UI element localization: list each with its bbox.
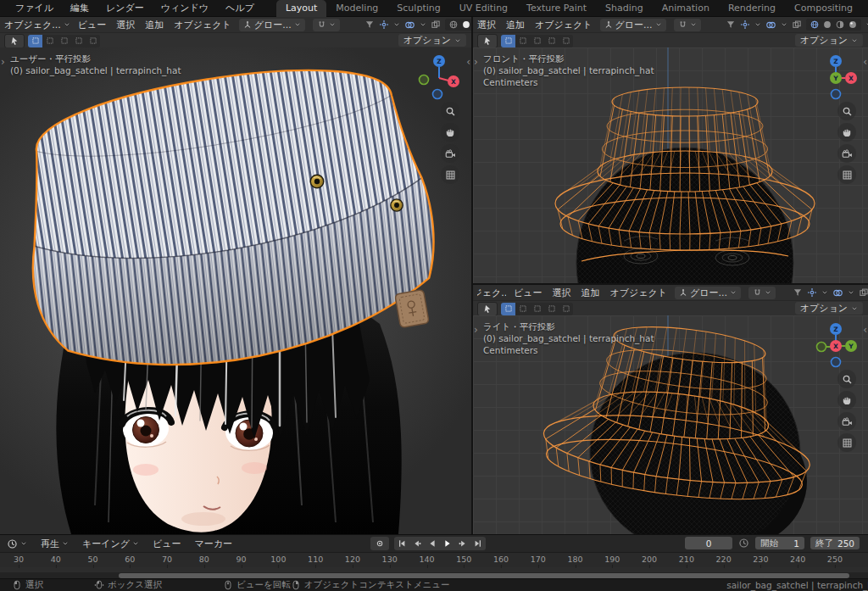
select-mode-subtract[interactable] bbox=[530, 35, 544, 47]
select-mode-intersect[interactable] bbox=[559, 35, 573, 47]
toolbar-expand-arrow[interactable]: › bbox=[1, 56, 5, 68]
ball-material-icon[interactable] bbox=[835, 20, 845, 30]
pan-button[interactable] bbox=[837, 391, 856, 410]
workspace-tab-animation[interactable]: Animation bbox=[653, 0, 719, 17]
workspace-tab-uv-editing[interactable]: UV Editing bbox=[450, 0, 517, 17]
select-mode-invert[interactable] bbox=[71, 35, 86, 47]
right-vp-menu-1[interactable]: 選択 bbox=[553, 287, 571, 299]
options-button[interactable]: オプション bbox=[795, 302, 863, 315]
select-mode-extend[interactable] bbox=[515, 35, 530, 47]
play-button[interactable] bbox=[440, 537, 455, 550]
topbar-menu-3[interactable]: ウィンドウ bbox=[161, 2, 209, 14]
transform-orientation-dropdown[interactable]: グロー... bbox=[675, 287, 741, 299]
transform-orientation-dropdown[interactable]: グロー... bbox=[600, 19, 666, 31]
toolbar-expand-arrow[interactable]: › bbox=[474, 324, 478, 336]
topbar-menu-0[interactable]: ファイル bbox=[15, 2, 53, 14]
editor-type-button[interactable] bbox=[7, 538, 27, 549]
xray-icon[interactable] bbox=[792, 20, 802, 30]
snap-toggle[interactable] bbox=[674, 19, 701, 31]
camera-view-button[interactable] bbox=[837, 144, 856, 163]
select-mode-invert[interactable] bbox=[544, 303, 559, 315]
workspace-tab-scripting[interactable]: Scripting bbox=[862, 0, 868, 17]
funnel-icon[interactable] bbox=[364, 20, 375, 30]
workspace-tab-layout[interactable]: Layout bbox=[276, 0, 326, 17]
ball-wire-icon[interactable] bbox=[448, 20, 459, 30]
overlay-icon[interactable] bbox=[765, 20, 776, 31]
front-vp-menu-0[interactable]: 選択 bbox=[477, 19, 496, 31]
record-button[interactable] bbox=[370, 537, 389, 550]
funnel-icon[interactable] bbox=[726, 20, 736, 30]
camera-view-button[interactable] bbox=[441, 144, 459, 163]
right-vp-menu-0[interactable]: ビュー bbox=[514, 287, 542, 299]
gizmo-icon[interactable] bbox=[379, 20, 389, 30]
snap-toggle[interactable] bbox=[748, 287, 776, 299]
navigation-gizmo[interactable]: Z X bbox=[417, 53, 461, 100]
topbar-menu-2[interactable]: レンダー bbox=[106, 2, 144, 14]
active-tool-button[interactable] bbox=[477, 302, 498, 316]
timeline-menu-1[interactable]: キーイング bbox=[82, 538, 139, 550]
user-vp-menu-1[interactable]: 選択 bbox=[116, 19, 135, 31]
xray-icon[interactable] bbox=[431, 20, 441, 30]
select-mode-extend[interactable] bbox=[515, 303, 530, 315]
mode-dropdown[interactable]: オブジェク... bbox=[4, 19, 70, 31]
user-vp-menu-3[interactable]: オブジェクト bbox=[174, 19, 231, 31]
topbar-menu-1[interactable]: 編集 bbox=[70, 2, 89, 14]
timeline-menu-3[interactable]: マーカー bbox=[195, 538, 233, 550]
user-vp-menu-2[interactable]: 追加 bbox=[145, 19, 164, 31]
active-tool-button[interactable] bbox=[477, 34, 498, 48]
ball-render-icon[interactable] bbox=[848, 20, 858, 30]
next-keyframe-button[interactable] bbox=[455, 537, 470, 550]
viewport-front-scene[interactable]: フロント・平行投影 (0) sailor_bag_satchel | terra… bbox=[473, 47, 868, 283]
front-vp-menu-2[interactable]: オブジェクト bbox=[535, 19, 593, 31]
ortho-toggle-button[interactable] bbox=[441, 165, 459, 184]
prev-keyframe-button[interactable] bbox=[409, 537, 425, 550]
pan-button[interactable] bbox=[441, 123, 459, 142]
ortho-toggle-button[interactable] bbox=[837, 165, 856, 184]
select-mode-new[interactable] bbox=[28, 35, 42, 47]
overlay-icon[interactable] bbox=[832, 287, 843, 298]
zoom-button[interactable] bbox=[441, 102, 459, 120]
select-mode-subtract[interactable] bbox=[530, 303, 544, 315]
snap-toggle[interactable] bbox=[313, 19, 340, 31]
navigation-gizmo[interactable]: Z Y X bbox=[814, 321, 858, 368]
jump-last-button[interactable] bbox=[470, 537, 486, 550]
viewport-right-scene[interactable]: ライト・平行投影 (0) sailor_bag_satchel | terrap… bbox=[473, 315, 868, 534]
workspace-tab-sculpting[interactable]: Sculpting bbox=[387, 0, 449, 17]
topbar-menu-4[interactable]: ヘルプ bbox=[225, 2, 254, 14]
ball-solid-icon[interactable] bbox=[461, 20, 471, 30]
transform-orientation-dropdown[interactable]: グロー... bbox=[239, 19, 305, 31]
current-frame-field[interactable]: 0 bbox=[685, 537, 732, 549]
ball-solid-icon[interactable] bbox=[822, 20, 832, 30]
right-vp-menu-2[interactable]: 追加 bbox=[581, 287, 600, 299]
select-mode-invert[interactable] bbox=[544, 35, 559, 47]
start-frame-field[interactable]: 開始1 bbox=[755, 537, 804, 549]
viewport-user-scene[interactable]: ユーザー・平行投影 (0) sailor_bag_satchel | terra… bbox=[0, 47, 471, 534]
sidebar-expand-arrow[interactable]: ‹ bbox=[863, 324, 867, 336]
ball-wire-icon[interactable] bbox=[810, 20, 820, 30]
zoom-button[interactable] bbox=[837, 102, 856, 120]
user-vp-menu-0[interactable]: ビュー bbox=[78, 19, 107, 31]
xray-icon[interactable] bbox=[859, 287, 868, 298]
options-button[interactable]: オプション bbox=[795, 34, 863, 47]
toolbar-expand-arrow[interactable]: › bbox=[474, 56, 478, 68]
front-vp-menu-1[interactable]: 追加 bbox=[506, 19, 525, 31]
select-mode-extend[interactable] bbox=[42, 35, 57, 47]
active-tool-button[interactable] bbox=[4, 34, 25, 48]
ortho-toggle-button[interactable] bbox=[837, 433, 856, 452]
timeline-ruler[interactable]: 3040506070809010011012013014015016017018… bbox=[0, 552, 868, 567]
right-vp-menu-3[interactable]: オブジェクト bbox=[610, 287, 668, 299]
workspace-tab-texture-paint[interactable]: Texture Paint bbox=[517, 0, 596, 17]
select-mode-subtract[interactable] bbox=[57, 35, 71, 47]
mode-dropdown[interactable]: オブジェク... bbox=[477, 287, 506, 299]
funnel-icon[interactable] bbox=[793, 287, 803, 298]
jump-first-button[interactable] bbox=[394, 537, 409, 550]
select-mode-intersect[interactable] bbox=[86, 35, 100, 47]
gizmo-icon[interactable] bbox=[807, 287, 817, 298]
select-mode-new[interactable] bbox=[501, 35, 515, 47]
select-mode-intersect[interactable] bbox=[559, 303, 573, 315]
end-frame-field[interactable]: 終了250 bbox=[810, 537, 860, 549]
pan-button[interactable] bbox=[837, 123, 856, 142]
gizmo-icon[interactable] bbox=[740, 20, 750, 30]
zoom-button[interactable] bbox=[837, 370, 856, 388]
navigation-gizmo[interactable]: Z X Y bbox=[814, 53, 858, 100]
